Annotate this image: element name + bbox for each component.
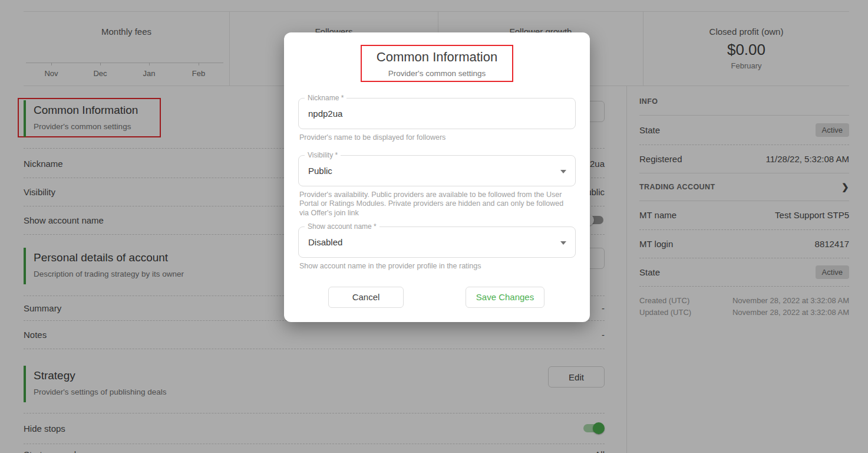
dropdown-caret-icon (560, 170, 566, 173)
cancel-button[interactable]: Cancel (328, 287, 404, 308)
nickname-field[interactable]: Nickname * (298, 98, 576, 129)
nickname-input[interactable] (299, 99, 575, 129)
show-account-name-selected-value: Disabled (308, 237, 342, 247)
field-label: Show account name * (305, 222, 379, 231)
visibility-select[interactable]: Visibility * Public (298, 155, 576, 186)
field-label: Visibility * (305, 151, 341, 159)
dropdown-caret-icon (560, 241, 566, 245)
provider-settings-page: Monthly fees Nov Dec Jan Feb Followers F… (0, 0, 868, 453)
highlight-box-dialog-title: Common Information Provider's common set… (361, 45, 513, 82)
nickname-helper-text: Provider's name to be displayed for foll… (299, 133, 569, 143)
visibility-selected-value: Public (308, 166, 332, 176)
dialog-title: Common Information (377, 50, 497, 65)
dialog-subtitle: Provider's common settings (388, 69, 486, 78)
field-label: Nickname * (305, 94, 346, 102)
show-account-name-helper-text: Show account name in the provider profil… (299, 262, 569, 271)
show-account-name-select[interactable]: Show account name * Disabled (298, 226, 576, 258)
common-information-dialog: Common Information Provider's common set… (284, 32, 590, 322)
save-changes-button[interactable]: Save Changes (466, 287, 544, 308)
visibility-helper-text: Provider's availability. Public provider… (299, 191, 569, 218)
dialog-actions: Cancel Save Changes (298, 287, 576, 308)
